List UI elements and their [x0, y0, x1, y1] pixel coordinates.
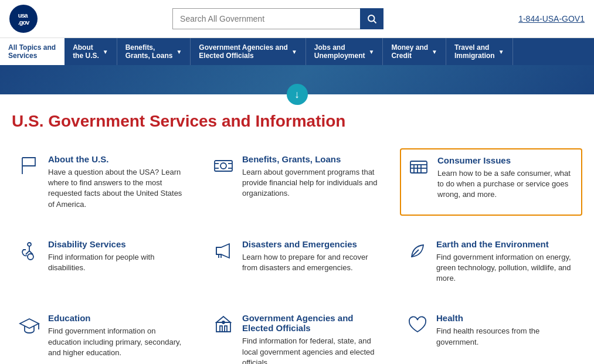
- scroll-down-button[interactable]: ↓: [287, 84, 308, 105]
- search-area: [172, 8, 383, 29]
- topics-grid: About the U.S. Have a question about the…: [12, 148, 582, 364]
- search-button[interactable]: [360, 8, 383, 29]
- disasters-title: Disasters and Emergencies: [242, 239, 382, 249]
- svg-marker-22: [20, 319, 39, 328]
- nav-benefits[interactable]: Benefits,Grants, Loans ▼: [117, 38, 191, 65]
- search-icon: [366, 13, 377, 24]
- topic-about-us[interactable]: About the U.S. Have a question about the…: [12, 148, 194, 216]
- health-desc: Find health resources from the governmen…: [436, 326, 576, 347]
- nav-about-us[interactable]: Aboutthe U.S. ▼: [65, 38, 117, 65]
- topic-disasters[interactable]: Disasters and Emergencies Learn how to p…: [206, 233, 388, 290]
- earth-title: Earth and the Environment: [436, 239, 576, 249]
- benefits-title: Benefits, Grants, Loans: [242, 154, 382, 164]
- chevron-down-icon: ▼: [432, 49, 437, 55]
- svg-rect-28: [220, 326, 222, 332]
- svg-line-1: [374, 21, 376, 23]
- gov-agencies-title: Government Agencies and Elected Official…: [242, 313, 382, 333]
- nav-all-topics[interactable]: All Topics andServices: [0, 38, 65, 65]
- svg-point-4: [220, 163, 226, 169]
- megaphone-icon: [212, 239, 235, 263]
- about-us-desc: Have a question about the USA? Learn whe…: [48, 167, 188, 210]
- topic-consumer[interactable]: Consumer Issues Learn how to be a safe c…: [400, 148, 582, 216]
- education-title: Education: [48, 313, 188, 323]
- logo[interactable]: usa.gov: [9, 5, 38, 33]
- topic-benefits[interactable]: Benefits, Grants, Loans Learn about gove…: [206, 148, 388, 216]
- topic-gov-agencies[interactable]: Government Agencies and Elected Official…: [206, 307, 388, 364]
- topic-education[interactable]: Education Find government information on…: [12, 307, 194, 364]
- logo-text: usa.gov: [18, 12, 29, 26]
- chevron-down-icon: ▼: [498, 49, 504, 55]
- chevron-down-icon: ▼: [176, 49, 182, 55]
- consumer-title: Consumer Issues: [437, 155, 575, 165]
- topic-earth[interactable]: Earth and the Environment Find governmen…: [400, 233, 582, 290]
- building-icon: [212, 313, 235, 336]
- svg-point-0: [368, 15, 375, 22]
- heart-icon: [406, 313, 429, 336]
- money-icon: [212, 154, 235, 178]
- disasters-desc: Learn how to prepare for and recover fro…: [242, 252, 382, 273]
- chevron-down-icon: ▼: [103, 49, 108, 55]
- topic-health[interactable]: Health Find health resources from the go…: [400, 307, 582, 364]
- benefits-desc: Learn about government programs that pro…: [242, 167, 382, 199]
- education-desc: Find government information on education…: [48, 326, 188, 358]
- graduation-icon: [18, 313, 41, 336]
- phone-link[interactable]: 1-844-USA-GOV1: [518, 14, 585, 23]
- svg-point-15: [28, 243, 31, 246]
- disability-title: Disability Services: [48, 239, 188, 249]
- health-title: Health: [436, 313, 576, 323]
- svg-rect-9: [410, 161, 427, 173]
- leaf-icon: [406, 239, 429, 263]
- disability-icon: [18, 239, 41, 263]
- gov-agencies-desc: Find information for federal, state, and…: [242, 336, 382, 364]
- nav-travel[interactable]: Travel andImmigration ▼: [446, 38, 513, 65]
- page-title: U.S. Government Services and Information: [12, 112, 582, 131]
- about-us-title: About the U.S.: [48, 154, 188, 164]
- nav-money[interactable]: Money andCredit ▼: [383, 38, 446, 65]
- earth-desc: Find government information on energy, g…: [436, 252, 576, 284]
- nav-jobs[interactable]: Jobs andUnemployment ▼: [306, 38, 383, 65]
- top-bar: usa.gov 1-844-USA-GOV1: [0, 0, 594, 38]
- hero-banner: ↓: [0, 65, 594, 94]
- svg-rect-3: [215, 161, 232, 171]
- consumer-desc: Learn how to be a safe consumer, what to…: [437, 168, 575, 200]
- consumer-icon: [407, 155, 430, 179]
- flag-icon: [18, 154, 41, 178]
- nav-government-agencies[interactable]: Government Agencies andElected Officials…: [191, 38, 306, 65]
- topic-disability[interactable]: Disability Services Find information for…: [12, 233, 194, 290]
- svg-rect-29: [225, 326, 227, 332]
- svg-point-16: [28, 254, 33, 260]
- disability-desc: Find information for people with disabil…: [48, 252, 188, 273]
- chevron-down-icon: ▼: [291, 49, 297, 55]
- search-input[interactable]: [172, 8, 360, 29]
- main-content: U.S. Government Services and Information…: [0, 94, 594, 364]
- chevron-down-icon: ▼: [368, 49, 374, 55]
- nav-bar: All Topics andServices Aboutthe U.S. ▼ B…: [0, 38, 594, 65]
